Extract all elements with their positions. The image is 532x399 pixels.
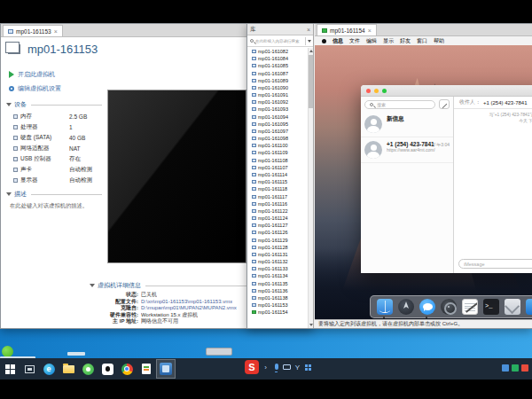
device-row[interactable]: 网络适配器 NAT xyxy=(1,143,106,153)
cursor-mode-icon[interactable]: › xyxy=(262,364,270,372)
vm-list-item[interactable]: mp01-161138 xyxy=(247,294,308,301)
vm-list-item[interactable]: mp01-161097 xyxy=(247,128,308,135)
menu-item[interactable]: 信息 xyxy=(332,37,343,45)
toolbox-icon[interactable] xyxy=(304,364,312,372)
scroll-up-icon[interactable] xyxy=(309,50,313,52)
device-row[interactable]: 显示器 自动检测 xyxy=(1,175,106,185)
textedit-icon[interactable] xyxy=(462,299,478,315)
vm-list-item[interactable]: mp01-161094 xyxy=(247,113,308,121)
vm-list-item[interactable]: mp01-161090 xyxy=(247,84,308,91)
downloads-stack-icon[interactable] xyxy=(505,299,520,315)
messages-titlebar[interactable] xyxy=(361,85,532,97)
menu-item[interactable]: 编辑 xyxy=(366,37,377,45)
zoom-window-icon[interactable] xyxy=(382,89,387,93)
edge-button[interactable]: e xyxy=(39,359,59,379)
edit-vm-settings-link[interactable]: 编辑虚拟机设置 xyxy=(1,82,106,96)
vm-list-item[interactable]: mp01-161100 xyxy=(247,142,308,149)
menu-item[interactable]: 好友 xyxy=(400,37,411,45)
apple-app-button[interactable] xyxy=(98,359,117,379)
vm-list-item[interactable]: mp01-161124 xyxy=(247,215,308,222)
power-on-vm-link[interactable]: 开启此虚拟机 xyxy=(1,67,106,82)
sogou-input-icon[interactable]: S xyxy=(245,360,259,374)
vm-list-item[interactable]: mp01-161127 xyxy=(247,222,308,229)
messages-search-field[interactable]: 搜索 xyxy=(364,100,435,109)
close-window-icon[interactable] xyxy=(366,89,371,93)
macos-guest-screen[interactable]: 信息文件编辑显示好友窗口帮助 xyxy=(315,36,532,319)
vm-list-item[interactable]: mp01-161085 xyxy=(247,62,308,69)
vm-list-item[interactable]: mp01-161089 xyxy=(247,77,308,84)
menu-item[interactable]: 窗口 xyxy=(417,37,427,45)
vm-list-item[interactable]: mp01-161133 xyxy=(247,265,308,272)
vm-list-item[interactable]: mp01-161128 xyxy=(247,244,308,251)
apple-menu-icon[interactable] xyxy=(322,39,326,43)
vm-list-item[interactable]: mp01-161129 xyxy=(247,236,308,243)
close-library-icon[interactable]: × xyxy=(307,27,310,33)
vm-list-item[interactable]: mp01-161095 xyxy=(247,121,308,128)
finder-icon[interactable] xyxy=(377,299,393,315)
vm-list-item[interactable]: mp01-161153 xyxy=(247,301,308,309)
mic-icon[interactable] xyxy=(272,364,280,372)
tab-mp01-161153[interactable]: mp01-161153 × xyxy=(3,25,63,36)
devices-section-header[interactable]: 设备 xyxy=(1,96,106,111)
chrome-button[interactable] xyxy=(117,359,137,379)
vm-list-item[interactable]: mp01-161134 xyxy=(247,272,308,279)
library-search-box[interactable]: 在此处键入内容进行搜索 xyxy=(247,35,313,47)
handwriting-icon[interactable]: Y xyxy=(293,364,301,372)
vm-list-item[interactable]: mp01-161082 xyxy=(247,48,308,55)
conversation-item[interactable]: +1 (254) 423-7841 https://www.aar4mt.com… xyxy=(361,137,453,163)
to-value[interactable]: +1 (254) 423-7841 xyxy=(483,100,528,106)
vm-list-item[interactable]: mp01-161118 xyxy=(247,185,308,192)
scrollbar-thumb[interactable] xyxy=(309,55,313,108)
conversation-item[interactable]: 新信息 xyxy=(361,112,453,137)
tray-blue-icon[interactable] xyxy=(502,364,509,372)
vm-list-item[interactable]: mp01-161154 xyxy=(247,309,308,316)
vm-list-item[interactable]: mp01-161108 xyxy=(247,157,308,164)
vm-list-item[interactable]: mp01-161132 xyxy=(247,258,308,265)
library-scrollbar[interactable] xyxy=(308,48,313,328)
compose-message-button[interactable] xyxy=(439,99,450,109)
vm-list-item[interactable]: mp01-161117 xyxy=(247,192,308,200)
keyboard-icon[interactable] xyxy=(283,364,291,372)
launchpad-icon[interactable] xyxy=(398,299,414,315)
vm-list-item[interactable]: mp01-161093 xyxy=(247,106,308,113)
vmware-taskbar-button[interactable] xyxy=(156,359,176,379)
device-row[interactable]: 硬盘 (SATA) 40 GB xyxy=(1,132,106,143)
description-section-header[interactable]: 描述 xyxy=(1,185,106,200)
device-row[interactable]: USB 控制器 存在 xyxy=(1,153,106,164)
description-placeholder[interactable]: 在此处键入对该虚拟机的描述。 xyxy=(1,200,103,210)
vm-list-item[interactable]: mp01-161091 xyxy=(247,91,308,98)
vm-list-item[interactable]: mp01-161098 xyxy=(247,135,308,142)
device-row[interactable]: 处理器 1 xyxy=(1,121,106,132)
green-app-button[interactable] xyxy=(78,359,98,379)
vm-list-item[interactable]: mp01-161107 xyxy=(247,164,308,171)
menu-item[interactable]: 显示 xyxy=(383,37,394,45)
messages-dock-icon[interactable] xyxy=(419,299,435,315)
vm-list-item[interactable]: mp01-161116 xyxy=(247,200,308,207)
device-row[interactable]: 内存 2.5 GB xyxy=(1,111,106,121)
vm-screen-preview[interactable] xyxy=(107,90,246,263)
document-app-button[interactable] xyxy=(137,359,156,379)
vm-list-item[interactable]: mp01-161092 xyxy=(247,98,308,106)
minimize-window-icon[interactable] xyxy=(374,89,379,93)
system-preferences-icon[interactable] xyxy=(441,299,457,315)
terminal-icon[interactable]: >_ xyxy=(483,299,499,315)
search-dropdown-button[interactable] xyxy=(305,37,312,45)
clipped-app-icon[interactable] xyxy=(526,299,532,315)
vm-list-item[interactable]: mp01-161114 xyxy=(247,171,308,178)
vm-list-item[interactable]: mp01-161115 xyxy=(247,178,308,185)
vm-list-item[interactable]: mp01-161135 xyxy=(247,280,308,287)
vm-list-item[interactable]: mp01-161084 xyxy=(247,55,308,62)
imessage-input[interactable] xyxy=(458,259,532,269)
device-row[interactable]: 声卡 自动检测 xyxy=(1,164,106,175)
task-view-button[interactable] xyxy=(20,359,39,379)
vm-list-item[interactable]: mp01-161122 xyxy=(247,207,308,215)
vm-list-item[interactable]: mp01-161109 xyxy=(247,149,308,156)
close-tab-icon[interactable]: × xyxy=(54,28,58,35)
menu-item[interactable]: 帮助 xyxy=(434,37,444,45)
vm-list-item[interactable]: mp01-161131 xyxy=(247,251,308,258)
vm-list-item[interactable]: mp01-161126 xyxy=(247,229,308,236)
scroll-down-icon[interactable] xyxy=(309,324,313,326)
vm-list-item[interactable]: mp01-161136 xyxy=(247,287,308,294)
tray-green-icon[interactable] xyxy=(512,364,519,372)
desktop-widget[interactable] xyxy=(206,348,232,356)
